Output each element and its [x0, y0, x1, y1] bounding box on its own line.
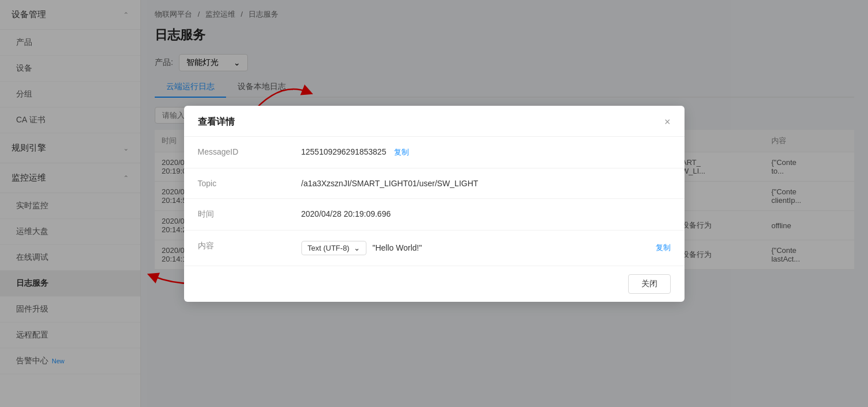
topic-value: /a1a3XzsznJI/SMART_LIGHT01/user/SW_LIGHT: [288, 168, 685, 198]
modal-header: 查看详情 ×: [184, 106, 685, 137]
detail-table: MessageID 1255109296291853825 复制 Topic /…: [184, 137, 685, 266]
messageid-value: 1255109296291853825 复制: [288, 137, 685, 168]
content-format-select[interactable]: Text (UTF-8) ⌄: [301, 241, 367, 255]
messageid-copy-button[interactable]: 复制: [394, 148, 409, 156]
detail-row-time: 时间 2020/04/28 20:19:09.696: [184, 198, 685, 230]
content-label: 内容: [184, 230, 288, 266]
content-copy-button[interactable]: 复制: [656, 243, 671, 253]
content-value: "Hello World!": [372, 243, 644, 252]
time-value: 2020/04/28 20:19:09.696: [288, 198, 685, 230]
topic-label: Topic: [184, 168, 288, 198]
modal-body: MessageID 1255109296291853825 复制 Topic /…: [184, 137, 685, 266]
modal-footer: 关闭: [184, 266, 685, 302]
modal-close-button[interactable]: ×: [664, 117, 671, 127]
detail-row-topic: Topic /a1a3XzsznJI/SMART_LIGHT01/user/SW…: [184, 168, 685, 198]
time-label: 时间: [184, 198, 288, 230]
modal-title: 查看详情: [198, 116, 235, 128]
detail-modal: 查看详情 × MessageID 1255109296291853825 复制 …: [184, 106, 685, 302]
detail-row-content: 内容 Text (UTF-8) ⌄ "Hello World!" 复制: [184, 230, 685, 266]
messageid-label: MessageID: [184, 137, 288, 168]
modal-overlay[interactable]: 查看详情 × MessageID 1255109296291853825 复制 …: [0, 0, 868, 407]
content-row: Text (UTF-8) ⌄ "Hello World!" 复制: [301, 241, 671, 255]
chevron-down-icon: ⌄: [354, 244, 360, 252]
detail-row-messageid: MessageID 1255109296291853825 复制: [184, 137, 685, 168]
modal-close-btn[interactable]: 关闭: [628, 274, 671, 294]
content-cell: Text (UTF-8) ⌄ "Hello World!" 复制: [288, 230, 685, 266]
